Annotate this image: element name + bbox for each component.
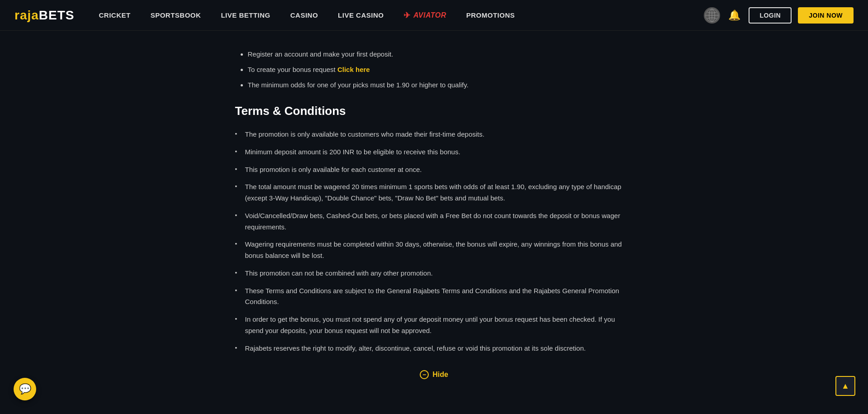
aviator-plane-icon: ✈	[403, 10, 411, 20]
terms-item-9: In order to get the bonus, you must not …	[235, 314, 633, 337]
terms-item-1: The promotion is only available to custo…	[235, 129, 633, 140]
nav-live-betting[interactable]: LIVE BETTING	[211, 0, 280, 31]
notification-button[interactable]: 🔔	[726, 8, 742, 23]
terms-list: The promotion is only available to custo…	[235, 129, 633, 354]
logo-raja: raja	[14, 8, 39, 22]
terms-item-7: This promotion can not be combined with …	[235, 268, 633, 279]
intro-bullet-1: Register an account and make your first …	[248, 49, 633, 60]
language-icon	[705, 8, 719, 23]
chat-icon: 💬	[19, 383, 31, 395]
nav-casino[interactable]: CASINO	[280, 0, 328, 31]
scroll-top-icon: ▲	[841, 381, 849, 391]
join-button[interactable]: JOIN NOW	[798, 7, 854, 24]
scroll-top-button[interactable]: ▲	[835, 376, 855, 396]
nav-links: CRICKET SPORTSBOOK LIVE BETTING CASINO L…	[89, 0, 704, 31]
nav-aviator[interactable]: ✈ Aviator	[394, 0, 456, 31]
chat-button[interactable]: 💬	[14, 378, 36, 400]
click-here-link[interactable]: Click here	[337, 66, 370, 73]
hide-section: − Hide	[235, 370, 633, 379]
terms-title: Terms & Conditions	[235, 104, 633, 118]
nav-live-casino[interactable]: LIVE CASINO	[328, 0, 394, 31]
intro-bullet-2: To create your bonus request Click here	[248, 64, 633, 75]
nav-right: 🔔 LOGIN JOIN NOW	[704, 7, 854, 24]
terms-item-3: This promotion is only available for eac…	[235, 164, 633, 176]
intro-bullet-list: Register an account and make your first …	[235, 49, 633, 90]
bell-icon: 🔔	[728, 10, 740, 21]
logo[interactable]: rajaBETS	[14, 9, 75, 22]
terms-item-10: Rajabets reserves the right to modify, a…	[235, 343, 633, 354]
nav-promotions[interactable]: PROMOTIONS	[456, 0, 525, 31]
navbar: rajaBETS CRICKET SPORTSBOOK LIVE BETTING…	[0, 0, 868, 31]
aviator-label: Aviator	[413, 11, 446, 19]
terms-item-8: These Terms and Conditions are subject t…	[235, 286, 633, 308]
language-button[interactable]	[704, 7, 720, 24]
hide-button[interactable]: − Hide	[420, 370, 448, 379]
logo-bets: BETS	[39, 8, 75, 22]
nav-cricket[interactable]: CRICKET	[89, 0, 141, 31]
intro-bullet-2-text-before: To create your bonus request	[248, 66, 337, 73]
login-button[interactable]: LOGIN	[749, 7, 792, 24]
nav-sportsbook[interactable]: SPORTSBOOK	[141, 0, 211, 31]
terms-item-6: Wagering requirements must be completed …	[235, 239, 633, 262]
hide-icon: −	[420, 370, 429, 379]
intro-bullet-3: The minimum odds for one of your picks m…	[248, 80, 633, 90]
main-content: Register an account and make your first …	[208, 31, 660, 414]
terms-item-2: Minimum deposit amount is 200 INR to be …	[235, 147, 633, 158]
hide-label: Hide	[432, 371, 448, 379]
terms-item-5: Void/Cancelled/Draw bets, Cashed-Out bet…	[235, 210, 633, 233]
terms-item-4: The total amount must be wagered 20 time…	[235, 181, 633, 204]
